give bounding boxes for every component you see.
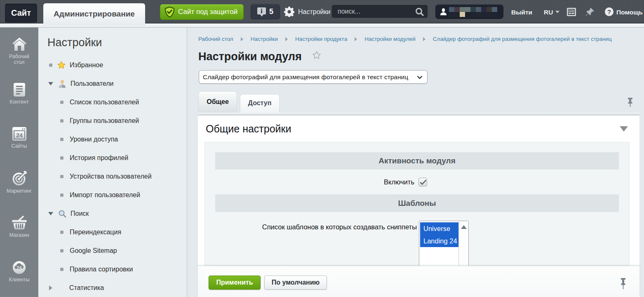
svg-text:24: 24 [16, 265, 22, 270]
svg-text:24: 24 [16, 132, 23, 139]
